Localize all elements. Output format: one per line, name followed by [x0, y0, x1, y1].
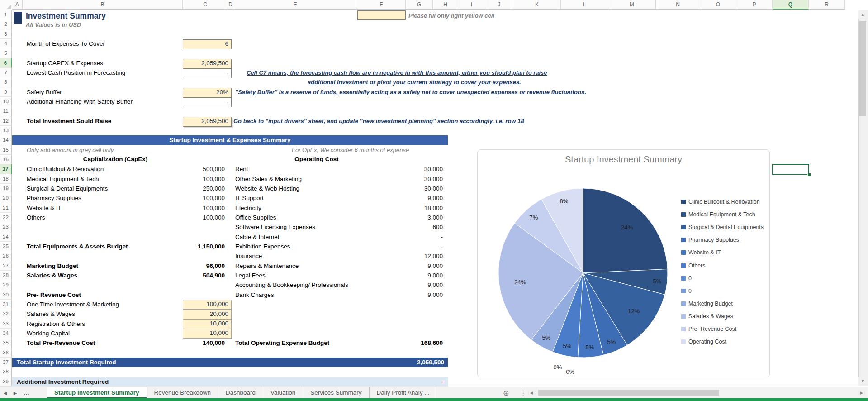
select-all-corner[interactable] [0, 0, 13, 10]
note-total-investment[interactable]: Go back to "input drivers" sheet, and up… [233, 118, 524, 124]
row-header-3[interactable]: 3 [0, 29, 12, 39]
column-header-k[interactable]: K [513, 0, 561, 10]
top-row-cell-2[interactable]: - [183, 68, 232, 78]
opex-item-value[interactable]: 9,000 [352, 291, 443, 298]
capex-header[interactable]: Capitalization (CapEx) [45, 156, 185, 162]
row-header-31[interactable]: 31 [0, 300, 12, 309]
capex-item-label[interactable]: Website & IT [27, 205, 62, 211]
opex-item-label[interactable]: Bank Charges [235, 291, 274, 298]
row-header-1[interactable]: 1 [0, 10, 12, 19]
capex-total-value[interactable]: 1,150,000 [136, 243, 225, 250]
pie-slice-0[interactable] [583, 188, 668, 273]
pre-revenue-total-value[interactable]: 140,000 [136, 339, 225, 346]
legend-item-11[interactable]: Operating Cost [681, 339, 726, 345]
sheet-tab-daily-profit-analy-[interactable]: Daily Profit Analy ... [370, 387, 437, 399]
salaries-wages-value[interactable]: 504,900 [136, 272, 225, 279]
column-header-j[interactable]: J [485, 0, 513, 10]
sheet-tab-dashboard[interactable]: Dashboard [218, 387, 263, 399]
opex-item-value[interactable]: 3,000 [352, 214, 443, 221]
legend-item-4[interactable]: Website & IT [681, 249, 721, 256]
column-header-o[interactable]: O [700, 0, 736, 10]
column-header-c[interactable]: C [183, 0, 228, 10]
legend-item-1[interactable]: Medical Equipment & Tech [681, 211, 755, 218]
sheet-tab-startup-investment-summary[interactable]: Startup Investment Summary [47, 387, 147, 399]
top-row-label-3[interactable]: Safety Buffer [27, 89, 62, 95]
row-header-23[interactable]: 23 [0, 222, 12, 232]
row-header-37[interactable]: 37 [0, 358, 12, 367]
additional-required-band[interactable]: Additional Investment Required - [12, 377, 448, 387]
opex-item-value[interactable]: - [352, 243, 443, 250]
column-header-i[interactable]: I [458, 0, 485, 10]
row-header-33[interactable]: 33 [0, 319, 12, 329]
row-header-36[interactable]: 36 [0, 348, 12, 358]
salaries-wages-label[interactable]: Salaries & Wages [27, 272, 77, 279]
capex-item-value[interactable]: 100,000 [136, 205, 225, 211]
marketing-budget-label[interactable]: Marketing Budget [27, 263, 78, 269]
capex-item-label[interactable]: Others [27, 214, 45, 221]
column-header-f[interactable]: F [357, 0, 406, 10]
summary-left-note[interactable]: Only add amount in grey cell only [27, 147, 114, 153]
opex-item-label[interactable]: Website & Web Hosting [235, 185, 299, 192]
row-header-15[interactable]: 15 [0, 145, 12, 155]
pre-revenue-item-label[interactable]: Working Capital [27, 330, 70, 337]
opex-item-value[interactable]: 30,000 [352, 185, 443, 192]
legend-item-8[interactable]: Marketing Budget [681, 301, 733, 307]
column-header-d[interactable]: D [228, 0, 233, 10]
row-header-32[interactable]: 32 [0, 309, 12, 319]
opex-total-label[interactable]: Total Operating Expense Budget [235, 339, 329, 346]
opex-item-value[interactable]: 600 [352, 224, 443, 230]
legend-item-0[interactable]: Clinic Buildout & Renovation [681, 199, 760, 205]
summary-right-note[interactable]: For OpEx, We consider 6 months of expens… [292, 147, 409, 153]
note-safety-buffer[interactable]: "Safety Buffer" is a reserve of funds, e… [235, 89, 586, 95]
opex-item-value[interactable]: 9,000 [352, 282, 443, 288]
row-header-30[interactable]: 30 [0, 290, 12, 300]
row-header-6[interactable]: 6 [0, 58, 12, 68]
legend-item-7[interactable]: 0 [681, 288, 692, 294]
opex-total-value[interactable]: 168,600 [352, 339, 443, 346]
top-row-cell-5[interactable]: 2,059,500 [183, 117, 232, 127]
total-required-band[interactable]: Total Startup Investment Required 2,059,… [12, 358, 448, 367]
hscroll-right-button[interactable]: ▶ [858, 389, 866, 397]
legend-item-9[interactable]: Salaries & Wages [681, 313, 733, 320]
capex-item-label[interactable]: Clinic Buildout & Renovation [27, 166, 104, 172]
pre-revenue-item-label[interactable]: Salaries & Wages [27, 310, 75, 317]
legend-item-2[interactable]: Surgical & Dental Equipments [681, 224, 764, 230]
capex-item-value[interactable]: 100,000 [136, 195, 225, 201]
opex-header[interactable]: Operating Cost [251, 156, 382, 162]
legend-item-3[interactable]: Pharmacy Supplues [681, 237, 739, 243]
row-header-11[interactable]: 11 [0, 106, 12, 116]
row-header-18[interactable]: 18 [0, 174, 12, 184]
opex-item-label[interactable]: Electricity [235, 205, 261, 211]
pre-revenue-item-label[interactable]: One Time Investment & Marketing [27, 301, 119, 308]
pie-chart-object[interactable]: Startup Investment Summary 24%5%12%5%5%5… [477, 149, 770, 377]
row-header-2[interactable]: 2 [0, 19, 12, 29]
top-row-label-2[interactable]: Lowest Cash Position in Forecasting [27, 69, 125, 76]
opex-item-value[interactable]: 30,000 [352, 166, 443, 172]
top-row-cell-3[interactable]: 20% [183, 88, 232, 98]
opex-item-label[interactable]: Software Licensing Expenses [235, 224, 315, 230]
row-header-34[interactable]: 34 [0, 329, 12, 338]
opex-item-value[interactable]: 9,000 [352, 272, 443, 279]
row-header-27[interactable]: 27 [0, 261, 12, 271]
selection-fill-handle[interactable] [807, 173, 811, 177]
row-header-24[interactable]: 24 [0, 232, 12, 242]
row-header-22[interactable]: 22 [0, 213, 12, 222]
row-header-25[interactable]: 25 [0, 242, 12, 251]
scroll-up-button[interactable]: ▲ [858, 10, 868, 19]
scroll-down-button[interactable]: ▼ [858, 377, 868, 386]
row-header-21[interactable]: 21 [0, 203, 12, 213]
opex-item-label[interactable]: Repairs & Maintenance [235, 263, 299, 269]
row-header-13[interactable]: 13 [0, 126, 12, 135]
row-header-20[interactable]: 20 [0, 193, 12, 203]
column-header-p[interactable]: P [736, 0, 773, 10]
top-row-cell-4[interactable]: - [183, 97, 232, 107]
opex-item-label[interactable]: Other Sales & Marketing [235, 176, 302, 182]
row-header-29[interactable]: 29 [0, 280, 12, 290]
opex-item-label[interactable]: Exhibition Expenses [235, 243, 290, 250]
opex-item-label[interactable]: Insurance [235, 253, 262, 259]
row-header-5[interactable]: 5 [0, 48, 12, 58]
top-row-cell-1[interactable]: 2,059,500 [183, 59, 232, 69]
pre-revenue-item-cell[interactable]: 10,000 [183, 319, 232, 329]
vertical-scroll-thumb[interactable] [859, 21, 866, 116]
capex-item-label[interactable]: Surgical & Dental Equipments [27, 185, 108, 192]
